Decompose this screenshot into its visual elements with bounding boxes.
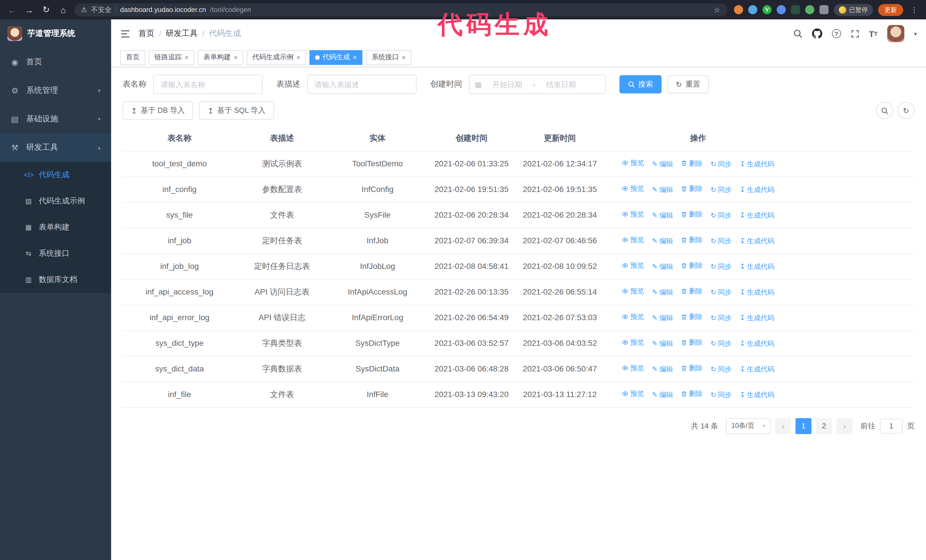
table-name-input[interactable] bbox=[153, 75, 263, 94]
edit-link[interactable]: ✎ 编辑 bbox=[652, 184, 673, 195]
sidebar-item-form-builder[interactable]: ▦ 表单构建 bbox=[0, 214, 111, 240]
sidebar-item-system[interactable]: ⚙ 系统管理 ▼ bbox=[0, 76, 111, 105]
sync-link[interactable]: ↻ 同步 bbox=[711, 210, 732, 221]
generate-code-link[interactable]: ↧ 生成代码 bbox=[740, 338, 775, 349]
delete-link[interactable]: 删除 bbox=[681, 235, 703, 246]
home-icon[interactable]: ⌂ bbox=[57, 3, 70, 16]
close-icon[interactable]: × bbox=[296, 54, 300, 61]
generate-code-link[interactable]: ↧ 生成代码 bbox=[740, 287, 775, 298]
sync-link[interactable]: ↻ 同步 bbox=[711, 159, 732, 169]
delete-link[interactable]: 删除 bbox=[681, 286, 703, 297]
import-db-button[interactable]: ↥ 基于 DB 导入 bbox=[123, 101, 193, 120]
puzzle-icon[interactable] bbox=[819, 5, 829, 14]
tab-codegen[interactable]: 代码生成 × bbox=[309, 50, 362, 65]
preview-link[interactable]: 预览 bbox=[622, 235, 644, 245]
generate-code-link[interactable]: ↧ 生成代码 bbox=[740, 159, 775, 169]
delete-link[interactable]: 删除 bbox=[681, 363, 703, 374]
preview-link[interactable]: 预览 bbox=[622, 158, 644, 168]
extension-icon-1[interactable] bbox=[734, 5, 743, 14]
sync-link[interactable]: ↻ 同步 bbox=[711, 338, 732, 349]
sidebar-item-codegen[interactable]: </> 代码生成 bbox=[0, 162, 111, 188]
delete-link[interactable]: 删除 bbox=[681, 312, 703, 323]
edit-link[interactable]: ✎ 编辑 bbox=[652, 389, 673, 400]
avatar[interactable] bbox=[887, 25, 904, 42]
extension-icon-4[interactable] bbox=[777, 5, 786, 14]
edit-link[interactable]: ✎ 编辑 bbox=[652, 338, 673, 349]
close-icon[interactable]: × bbox=[185, 54, 189, 61]
sync-link[interactable]: ↻ 同步 bbox=[711, 236, 732, 246]
bookmark-star-icon[interactable]: ☆ bbox=[714, 5, 720, 14]
sync-link[interactable]: ↻ 同步 bbox=[711, 261, 732, 272]
date-start-input[interactable] bbox=[484, 80, 531, 89]
tab-system-api[interactable]: 系统接口 × bbox=[366, 50, 412, 65]
tab-form-builder[interactable]: 表单构建 × bbox=[198, 50, 243, 65]
date-range-picker[interactable]: ▦ - bbox=[469, 75, 606, 94]
help-icon[interactable]: ? bbox=[832, 29, 841, 38]
browser-update-button[interactable]: 更新 bbox=[878, 4, 903, 16]
preview-link[interactable]: 预览 bbox=[622, 286, 644, 296]
reload-icon[interactable]: ↻ bbox=[40, 3, 53, 16]
prev-page-button[interactable]: ‹ bbox=[775, 418, 791, 434]
edit-link[interactable]: ✎ 编辑 bbox=[652, 236, 673, 246]
tab-home[interactable]: 首页 bbox=[120, 50, 145, 65]
delete-link[interactable]: 删除 bbox=[681, 158, 703, 169]
delete-link[interactable]: 删除 bbox=[681, 338, 703, 348]
sync-link[interactable]: ↻ 同步 bbox=[711, 287, 732, 298]
fullscreen-icon[interactable] bbox=[850, 29, 859, 38]
font-size-icon[interactable]: TT bbox=[869, 29, 878, 38]
preview-link[interactable]: 预览 bbox=[622, 183, 644, 194]
reset-button[interactable]: ↻ 重置 bbox=[667, 75, 709, 94]
sidebar-item-codegen-example[interactable]: ▧ 代码生成示例 bbox=[0, 188, 111, 214]
generate-code-link[interactable]: ↧ 生成代码 bbox=[740, 389, 775, 400]
sidebar-item-system-api[interactable]: ⇆ 系统接口 bbox=[0, 240, 111, 267]
edit-link[interactable]: ✎ 编辑 bbox=[652, 364, 673, 374]
page-button-1[interactable]: 1 bbox=[796, 418, 811, 434]
sync-link[interactable]: ↻ 同步 bbox=[711, 364, 732, 374]
extension-icon-2[interactable] bbox=[748, 5, 757, 14]
import-sql-button[interactable]: ↥ 基于 SQL 导入 bbox=[199, 101, 274, 120]
back-icon[interactable]: ← bbox=[6, 3, 18, 16]
preview-link[interactable]: 预览 bbox=[622, 260, 644, 271]
delete-link[interactable]: 删除 bbox=[681, 261, 703, 271]
generate-code-link[interactable]: ↧ 生成代码 bbox=[740, 210, 775, 221]
sidebar-item-devtools[interactable]: ⚒ 研发工具 ▲ bbox=[0, 133, 111, 162]
generate-code-link[interactable]: ↧ 生成代码 bbox=[740, 184, 775, 195]
generate-code-link[interactable]: ↧ 生成代码 bbox=[740, 364, 775, 374]
github-icon[interactable] bbox=[812, 29, 822, 39]
edit-link[interactable]: ✎ 编辑 bbox=[652, 210, 673, 221]
toggle-search-button[interactable] bbox=[876, 102, 893, 119]
close-icon[interactable]: × bbox=[234, 54, 238, 61]
preview-link[interactable]: 预览 bbox=[622, 363, 644, 373]
edit-link[interactable]: ✎ 编辑 bbox=[652, 313, 673, 323]
tab-codegen-example[interactable]: 代码生成示例 × bbox=[247, 50, 306, 65]
extension-icon-5[interactable] bbox=[791, 5, 800, 14]
sync-link[interactable]: ↻ 同步 bbox=[711, 313, 732, 323]
page-size-select[interactable]: 10条/页 ▾ bbox=[726, 418, 770, 434]
avatar-caret-icon[interactable]: ▾ bbox=[914, 30, 917, 37]
preview-link[interactable]: 预览 bbox=[622, 337, 644, 348]
preview-link[interactable]: 预览 bbox=[622, 312, 644, 322]
edit-link[interactable]: ✎ 编辑 bbox=[652, 287, 673, 298]
extension-icon-3[interactable]: V bbox=[763, 5, 772, 14]
sync-link[interactable]: ↻ 同步 bbox=[711, 184, 732, 195]
breadcrumb-devtools[interactable]: 研发工具 bbox=[166, 29, 198, 39]
table-desc-input[interactable] bbox=[307, 75, 416, 94]
sidebar-item-db-doc[interactable]: ▥ 数据库文档 bbox=[0, 267, 111, 293]
search-button[interactable]: 搜索 bbox=[619, 75, 661, 94]
search-icon[interactable] bbox=[793, 29, 802, 38]
close-icon[interactable]: × bbox=[402, 54, 406, 61]
browser-menu-icon[interactable]: ⋮ bbox=[908, 5, 920, 14]
tab-tracing[interactable]: 链路追踪 × bbox=[149, 50, 194, 65]
date-end-input[interactable] bbox=[538, 80, 584, 89]
generate-code-link[interactable]: ↧ 生成代码 bbox=[740, 313, 775, 323]
breadcrumb-home[interactable]: 首页 bbox=[138, 29, 154, 39]
next-page-button[interactable]: › bbox=[837, 418, 852, 434]
preview-link[interactable]: 预览 bbox=[622, 209, 644, 220]
delete-link[interactable]: 删除 bbox=[681, 389, 703, 399]
generate-code-link[interactable]: ↧ 生成代码 bbox=[740, 261, 775, 272]
generate-code-link[interactable]: ↧ 生成代码 bbox=[740, 236, 775, 246]
extension-icon-6[interactable] bbox=[805, 5, 814, 14]
hamburger-icon[interactable] bbox=[120, 29, 130, 38]
edit-link[interactable]: ✎ 编辑 bbox=[652, 159, 673, 169]
delete-link[interactable]: 删除 bbox=[681, 184, 703, 194]
